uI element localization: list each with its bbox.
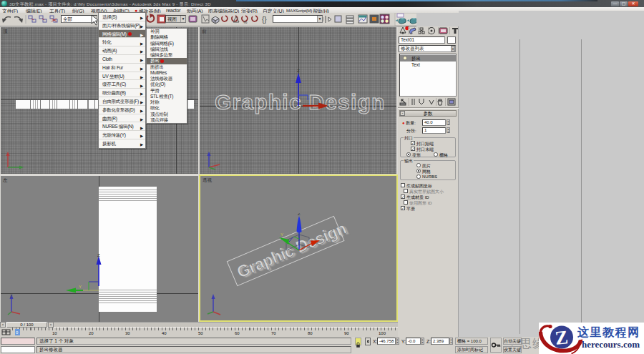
svg-text:Z: Z [297,69,300,73]
svg-text:Z: Z [554,326,569,349]
svg-text:Y: Y [280,232,283,237]
svg-text:Z: Z [10,294,13,298]
svg-text:Y: Y [79,285,82,289]
svg-text:Z: Z [97,253,100,257]
svg-text:Z: Z [298,213,301,216]
svg-text:{}: {} [262,16,267,24]
svg-text:%: % [243,20,248,24]
